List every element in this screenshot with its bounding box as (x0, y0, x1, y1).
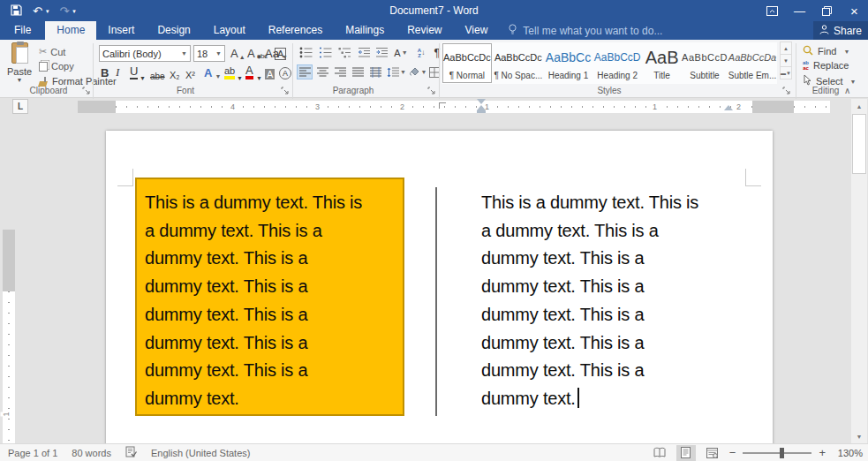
font-color-button[interactable]: A (245, 65, 253, 79)
bullets-button[interactable] (298, 45, 313, 60)
copy-button[interactable]: Copy (39, 61, 74, 72)
document-page[interactable]: This is a dummy text. This is a dummy te… (106, 131, 773, 443)
document-line[interactable]: dummy text. (481, 385, 698, 413)
clipboard-dialog-launcher[interactable] (82, 87, 91, 95)
highlight-dropdown-icon[interactable]: ▼ (237, 67, 243, 81)
style-subtle-emphasis[interactable]: AaBbCcDa Subtle Em... (728, 43, 776, 83)
document-line[interactable]: a dummy text. This is a (481, 217, 698, 246)
restore-button[interactable] (813, 0, 841, 21)
left-indent-marker[interactable] (477, 110, 486, 113)
vertical-ruler[interactable]: 1 2 3 (3, 230, 15, 443)
document-line[interactable]: dummy text. This is a (145, 301, 396, 329)
text-effects-button[interactable]: A▼ (204, 65, 221, 79)
italic-button[interactable]: I (116, 65, 119, 79)
align-right-button[interactable] (332, 64, 348, 79)
sort-button[interactable]: AZ ↓ (413, 45, 429, 60)
strikethrough-button[interactable]: abe (150, 67, 165, 81)
character-shading-button[interactable]: A (265, 65, 275, 79)
tab-mailings[interactable]: Mailings (334, 21, 396, 40)
increase-indent-button[interactable] (374, 45, 389, 60)
font-color-dropdown-icon[interactable]: ▼ (256, 67, 262, 81)
paste-button[interactable]: Paste ▼ (4, 42, 34, 85)
ribbon-display-options-icon[interactable] (759, 0, 786, 21)
tab-file[interactable]: File (0, 21, 45, 40)
font-name-dropdown-icon[interactable]: ▼ (181, 50, 187, 57)
proofing-icon[interactable] (125, 446, 137, 459)
phonetic-guide-button[interactable]: abc (257, 46, 267, 60)
paste-dropdown-icon[interactable]: ▼ (4, 77, 34, 83)
text-highlight-button[interactable]: ab (224, 65, 235, 79)
document-line[interactable]: dummy text. This is a (481, 273, 698, 301)
distribute-button[interactable] (367, 64, 383, 79)
minimize-button[interactable]: — (786, 0, 813, 21)
document-line[interactable]: dummy text. This is a (145, 357, 396, 385)
style-heading1[interactable]: AaBbCc Heading 1 (545, 43, 592, 83)
style-normal[interactable]: AaBbCcDc ¶ Normal (442, 43, 492, 83)
align-left-button[interactable] (297, 64, 313, 79)
right-indent-marker[interactable] (724, 105, 733, 110)
asian-layout-button[interactable]: A▼ (393, 45, 409, 60)
read-mode-icon[interactable] (650, 445, 669, 461)
web-layout-icon[interactable] (703, 445, 722, 461)
document-line[interactable]: dummy text. This is a (145, 245, 396, 273)
first-line-indent-marker[interactable] (477, 99, 486, 104)
font-size-dropdown-icon[interactable]: ▼ (215, 50, 222, 57)
tab-view[interactable]: View (454, 21, 500, 40)
language-indicator[interactable]: English (United States) (151, 448, 251, 458)
underline-dropdown-icon[interactable]: ▼ (140, 67, 146, 81)
shaded-text-box[interactable]: This is a dummy text. This is a dummy te… (135, 178, 404, 416)
tab-insert[interactable]: Insert (96, 21, 146, 40)
scroll-up-icon[interactable]: ▲ (851, 99, 867, 113)
scrollbar-thumb[interactable] (852, 114, 866, 174)
scroll-down-icon[interactable]: ▼ (851, 429, 867, 443)
styles-more-icon[interactable]: ▬▼ (780, 66, 792, 79)
document-line[interactable]: dummy text. (145, 385, 396, 413)
document-line[interactable]: a dummy text. This is a (145, 217, 396, 246)
justify-button[interactable] (350, 64, 366, 79)
tab-layout[interactable]: Layout (202, 21, 257, 40)
style-no-spacing[interactable]: AaBbCcDc ¶ No Spac... (494, 43, 543, 83)
word-count[interactable]: 80 words (72, 448, 111, 458)
style-subtitle[interactable]: AaBbCcD Subtitle (683, 43, 727, 83)
underline-button[interactable]: U (130, 65, 138, 79)
tab-selector[interactable]: L (12, 99, 28, 114)
collapse-ribbon-icon[interactable]: ∧ (844, 86, 850, 95)
zoom-slider[interactable] (743, 452, 811, 454)
bold-button[interactable]: B (101, 65, 109, 79)
page-indicator[interactable]: Page 1 of 1 (8, 448, 57, 458)
zoom-in-button[interactable]: + (819, 447, 826, 458)
vertical-scrollbar[interactable]: ▲ ▼ (851, 99, 867, 443)
multilevel-list-button[interactable] (336, 45, 352, 60)
numbering-button[interactable] (317, 45, 333, 60)
replace-button[interactable]: abac Replace (803, 60, 849, 71)
character-border-button[interactable]: A (275, 46, 286, 60)
font-name-select[interactable]: Calibri (Body)▼ (99, 45, 191, 62)
font-size-select[interactable]: 18▼ (193, 45, 225, 62)
close-button[interactable]: × (841, 0, 868, 21)
document-line[interactable]: dummy text. This is a (481, 245, 698, 273)
cut-button[interactable]: ✂ Cut (39, 46, 65, 57)
subscript-button[interactable]: X₂ (170, 66, 180, 80)
document-line[interactable]: This is a dummy text. This is (145, 189, 396, 217)
zoom-slider-handle[interactable] (780, 448, 784, 458)
styles-scroll-up-icon[interactable]: ▲ (780, 42, 792, 55)
right-column-text[interactable]: This is a dummy text. This is a dummy te… (481, 179, 698, 413)
document-line[interactable]: dummy text. This is a (145, 273, 396, 301)
document-line[interactable]: dummy text. This is a (481, 301, 698, 329)
share-button[interactable]: Share (813, 21, 868, 40)
document-line[interactable]: dummy text. This is a (145, 329, 396, 358)
line-spacing-button[interactable]: ▼ (389, 64, 404, 79)
paragraph-dialog-launcher[interactable] (427, 87, 436, 95)
tab-references[interactable]: References (257, 21, 334, 40)
decrease-indent-button[interactable] (356, 45, 372, 60)
style-heading2[interactable]: AaBbCcD Heading 2 (593, 43, 641, 83)
horizontal-ruler[interactable]: L 4 3 2 1 1 2 3 (0, 99, 868, 115)
superscript-button[interactable]: X² (185, 66, 195, 80)
zoom-out-button[interactable]: − (729, 447, 736, 458)
styles-scroll-down-icon[interactable]: ▼ (780, 54, 792, 67)
zoom-level[interactable]: 130% (833, 448, 863, 458)
print-layout-icon[interactable] (676, 445, 696, 461)
document-line[interactable]: dummy text. This is a (481, 329, 698, 358)
style-title[interactable]: AaB Title (643, 43, 681, 83)
enclose-characters-button[interactable]: A (279, 65, 291, 79)
